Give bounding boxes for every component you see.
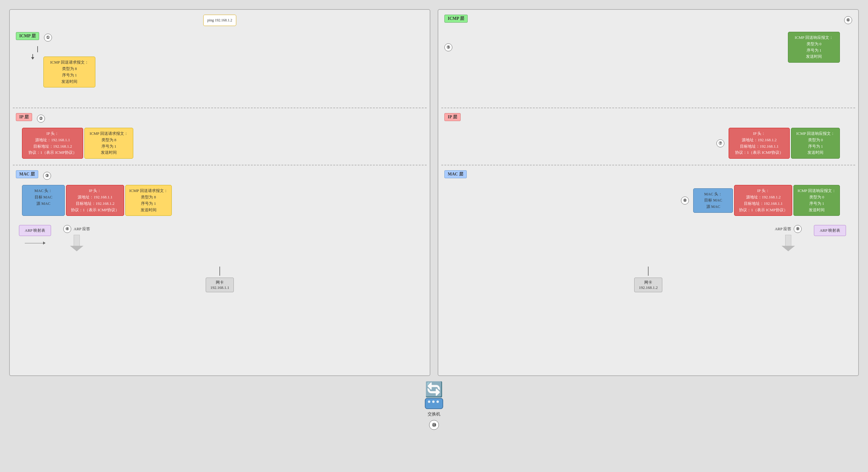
icmp-req-line2: 类型为 8: [48, 66, 91, 72]
rip-hdr-l1: IP 头：: [733, 130, 786, 137]
mac-icmp-l4: 发送时间: [129, 207, 168, 213]
right-ip-section: IP 层 ⑦ IP 头： 源地址：192.168.1.2 目标地址：192.16…: [438, 108, 858, 165]
right-big-arrow: [781, 235, 795, 251]
rip-icmp-l1: ICMP 回送响应报文：: [795, 130, 836, 137]
rmac-icmp-l2: 类型为 0: [797, 194, 836, 201]
mac-ip-l4: 协议：1（表示 ICMP协议）: [70, 207, 120, 213]
ip-icmp-l1: ICMP 回送请求报文：: [88, 130, 129, 137]
ping-command: ping 192.168.1.2: [203, 15, 236, 26]
right-arp-table: ARP 映射表: [814, 225, 846, 236]
step2-circle: ②: [37, 115, 45, 123]
step9-circle: ⑨: [794, 225, 802, 233]
mac-ip-l3: 目标地址：192.168.1.2: [70, 201, 120, 207]
step7-circle: ⑦: [716, 139, 724, 147]
ping-cmd-text: ping 192.168.1.2: [207, 18, 232, 22]
rmac-icmp-l3: 序号为 1: [797, 201, 836, 207]
icmp-rep-l2: 类型为 0: [792, 41, 836, 48]
mac-icmp-l1: ICMP 回送请求报文：: [129, 188, 168, 194]
left-arp-text: ARP 映射表: [25, 228, 45, 233]
right-icmp-reply-box: ICMP 回送响应报文： 类型为 0 序号为 1 发送时间: [788, 32, 840, 63]
rmac-hdr-l2: 目标 MAC: [697, 197, 729, 204]
right-icmp-section: ICMP 层 ⑥ ⑤ ICMP 回送响应报文：: [438, 10, 858, 108]
right-nic-label: 网卡: [639, 280, 658, 285]
ip-icmp-l2: 类型为 8: [88, 137, 129, 143]
icmp-req-line3: 序号为 1: [48, 72, 91, 79]
ip-icmp-l4: 发送时间: [88, 149, 129, 156]
mac-ip-l2: 源地址：192.168.1.1: [70, 194, 120, 201]
left-ip-icmp-box: ICMP 回送请求报文： 类型为 8 序号为 1 发送时间: [84, 128, 133, 159]
rmac-hdr-l1: MAC 头：: [697, 191, 729, 198]
icmp-req-line1: ICMP 回送请求报文：: [48, 59, 91, 66]
left-mac-ip-box: IP 头： 源地址：192.168.1.1 目标地址：192.168.1.2 协…: [66, 185, 124, 216]
rmac-icmp-l1: ICMP 回送响应报文：: [797, 188, 836, 194]
right-nic-box: 网卡 192.168.1.2: [634, 277, 662, 292]
left-panel: ping 192.168.1.2 ICMP 层 ①: [9, 9, 430, 376]
left-nic-ip: 192.168.1.1: [210, 285, 229, 290]
rmac-ip-l2: 源地址：192.168.1.2: [738, 194, 788, 201]
left-ip-section: IP 层 ② IP 头： 源地址：192.168.1.1 目标地址：192.16…: [10, 108, 430, 165]
ip-icmp-l3: 序号为 1: [88, 143, 129, 150]
icmp-rep-l1: ICMP 回送响应报文：: [792, 34, 836, 41]
rip-icmp-l4: 发送时间: [795, 149, 836, 156]
rmac-ip-l1: IP 头：: [738, 188, 788, 194]
rip-hdr-l3: 目标地址：192.168.1.1: [733, 143, 786, 150]
icmp-rep-l4: 发送时间: [792, 54, 836, 60]
left-mac-header-box: MAC 头： 目标 MAC 源 MAC: [22, 185, 65, 216]
mac-icmp-l2: 类型为 8: [129, 194, 168, 201]
left-ip-label: IP 层: [16, 113, 32, 121]
rmac-hdr-l3: 源 MAC: [697, 204, 729, 210]
left-mac-section: MAC 层 ③ MAC 头： 目标 MAC 源 MAC IP 头： 源地址：19…: [10, 166, 430, 257]
right-arp-response-label: ARP 应答: [775, 226, 791, 232]
icmp-req-line4: 发送时间: [48, 79, 91, 85]
step6-circle: ⑥: [844, 16, 852, 24]
left-nic-label: 网卡: [210, 280, 229, 285]
left-icmp-section: ping 192.168.1.2 ICMP 层 ①: [10, 10, 430, 108]
right-arp-text: ARP 映射表: [820, 228, 840, 233]
page-number: ⑩: [429, 420, 439, 430]
switch-emoji: 🔄: [425, 382, 443, 397]
left-nic-box: 网卡 192.168.1.1: [206, 277, 234, 292]
rip-hdr-l4: 协议：1（表示 ICMP协议）: [733, 149, 786, 156]
right-mac-section: MAC 层 ⑧ MAC 头： 目标 MAC 源 MAC IP 头： 源地址：19…: [438, 166, 858, 257]
step5-circle: ⑤: [444, 43, 452, 51]
ip-hdr-l2: 源地址：192.168.1.1: [26, 137, 79, 143]
step1-circle: ①: [44, 34, 52, 41]
right-mac-ip-box: IP 头： 源地址：192.168.1.2 目标地址：192.168.1.1 协…: [734, 185, 792, 216]
ip-hdr-l3: 目标地址：192.168.1.2: [26, 143, 79, 150]
step8-circle: ⑧: [681, 197, 689, 205]
left-icmp-label: ICMP 层: [16, 32, 39, 40]
left-big-arrow: [70, 235, 84, 251]
left-ip-header-box: IP 头： 源地址：192.168.1.1 目标地址：192.168.1.2 协…: [22, 128, 83, 159]
right-icmp-label: ICMP 层: [444, 15, 468, 23]
right-nic-ip: 192.168.1.2: [639, 285, 658, 290]
left-mac-label: MAC 层: [16, 170, 38, 178]
left-icmp-request-box: ICMP 回送请求报文： 类型为 8 序号为 1 发送时间: [43, 57, 95, 87]
mac-hdr-l2: 目标 MAC: [26, 194, 61, 201]
step4-circle: ④: [63, 225, 71, 233]
mac-ip-l1: IP 头：: [70, 188, 120, 194]
right-mac-icmp-box: ICMP 回送响应报文： 类型为 0 序号为 1 发送时间: [794, 185, 840, 216]
rmac-ip-l4: 协议：1（表示 ICMP协议）: [738, 207, 788, 213]
left-mac-icmp-box: ICMP 回送请求报文： 类型为 8 序号为 1 发送时间: [125, 185, 172, 216]
icmp-rep-l3: 序号为 1: [792, 48, 836, 54]
step3-circle: ③: [43, 172, 51, 180]
switch-icon: 🔄 交换机: [425, 382, 443, 417]
right-ip-icmp-box: ICMP 回送响应报文： 类型为 0 序号为 1 发送时间: [791, 128, 840, 159]
panels-row: ping 192.168.1.2 ICMP 层 ①: [9, 9, 859, 376]
rip-hdr-l2: 源地址：192.168.1.2: [733, 137, 786, 143]
right-ip-label: IP 层: [444, 113, 461, 121]
ip-hdr-l1: IP 头：: [26, 130, 79, 137]
ip-hdr-l4: 协议：1（表示 ICMP协议）: [26, 149, 79, 156]
right-ip-header-box: IP 头： 源地址：192.168.1.2 目标地址：192.168.1.1 协…: [728, 128, 790, 159]
right-panel: ICMP 层 ⑥ ⑤ ICMP 回送响应报文：: [438, 9, 859, 376]
rip-icmp-l3: 序号为 1: [795, 143, 836, 150]
rmac-ip-l3: 目标地址：192.168.1.1: [738, 201, 788, 207]
left-arp-response-label: ARP 应答: [74, 226, 90, 232]
mac-hdr-l1: MAC 头：: [26, 188, 61, 194]
mac-hdr-l3: 源 MAC: [26, 201, 61, 207]
switch-label: 交换机: [428, 411, 440, 417]
mac-icmp-l3: 序号为 1: [129, 201, 168, 207]
left-arp-table: ARP 映射表: [19, 225, 51, 236]
main-wrapper: ping 192.168.1.2 ICMP 层 ①: [0, 0, 868, 472]
right-mac-label: MAC 层: [444, 170, 467, 178]
